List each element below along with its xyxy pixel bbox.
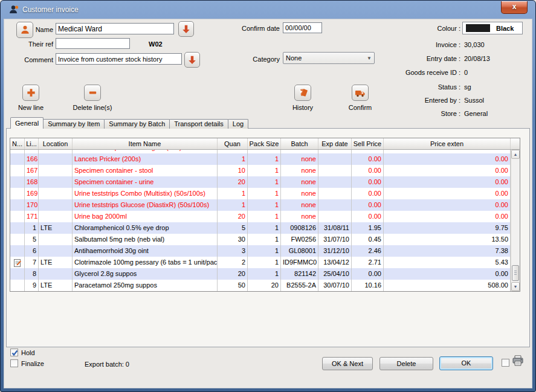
app-icon — [8, 4, 19, 15]
ref-code: W02 — [149, 40, 163, 48]
table-header: N...Li...LocationItem NameQuanPack SizeB… — [10, 138, 520, 150]
cell-exten: 0.00 — [384, 188, 511, 199]
tab-general[interactable]: General — [10, 117, 44, 129]
table-row[interactable]: Blood test strips - Advantage II (50s)21… — [10, 150, 511, 153]
hold-checkbox[interactable] — [10, 349, 18, 356]
scroll-down-button[interactable]: ▼ — [511, 282, 520, 291]
close-button[interactable]: x — [501, 1, 528, 14]
colour-selector[interactable]: Black — [462, 22, 523, 34]
table-row[interactable]: 171Urine bag 2000ml201none0.000.00 — [10, 211, 511, 222]
cell-quan: 2 — [218, 150, 248, 153]
cell-exp — [318, 153, 352, 165]
cell-line: 166 — [25, 153, 39, 165]
tab-summary-by-item[interactable]: Summary by Item — [43, 119, 105, 129]
cell-location — [39, 188, 73, 199]
tab-transport-details[interactable]: Transport details — [169, 119, 228, 129]
column-header-line[interactable]: Li... — [25, 138, 39, 149]
cell-batch: none — [281, 150, 318, 153]
entry-date-label: Entry date : — [363, 55, 460, 62]
table-row[interactable]: 168Specimen container - urine201none0.00… — [10, 176, 511, 188]
cell-item: Salbutamol 5mg neb (neb vial) — [73, 234, 218, 245]
ok-next-button[interactable]: OK & Next — [322, 357, 373, 370]
column-header-sell[interactable]: Sell Price — [352, 138, 384, 149]
cell-batch: none — [281, 153, 318, 165]
cell-sell: 1.95 — [352, 222, 384, 234]
cell-exten: 0.00 — [384, 176, 511, 188]
column-header-note[interactable]: N... — [10, 138, 25, 149]
table-row[interactable]: 8Glycerol 2.8g suppos20182114225/04/100.… — [10, 268, 511, 280]
cell-exten: 7.38 — [384, 245, 511, 257]
name-lookup-button[interactable] — [178, 21, 194, 37]
cell-sell: 0.45 — [352, 234, 384, 245]
table-row[interactable]: 170Urine teststrips Glucose (DiastixR) (… — [10, 199, 511, 211]
cell-exten: 5.43 — [384, 257, 511, 268]
ok-button[interactable]: OK — [439, 356, 493, 370]
hold-label: Hold — [21, 349, 35, 356]
tab-bar: GeneralSummary by ItemSummary by BatchTr… — [10, 117, 248, 129]
cell-line: 7 — [25, 257, 39, 268]
table-row[interactable]: 9LTEParacetamol 250mg suppos5020B2555-2A… — [10, 280, 511, 291]
cell-quan: 50 — [218, 280, 248, 291]
delete-button[interactable]: Delete — [379, 357, 433, 370]
entry-date-value: 20/08/13 — [464, 55, 490, 62]
entered-by-value: Sussol — [464, 97, 484, 104]
table-row[interactable]: 6Antihaemorrhoid 30g oint31GL0800131/12/… — [10, 245, 511, 257]
comment-expand-button[interactable] — [184, 52, 200, 68]
column-header-batch[interactable]: Batch — [281, 138, 318, 149]
new-line-button[interactable] — [22, 85, 39, 101]
table-row[interactable]: 169Urine teststrips Combo (Multistix) (5… — [10, 188, 511, 199]
cell-quan: 10 — [218, 165, 248, 176]
entered-by-label: Entered by : — [363, 97, 460, 104]
cell-location: LTE — [39, 222, 73, 234]
title-bar[interactable]: Customer invoice x — [1, 1, 535, 19]
cell-quan: 1 — [218, 153, 248, 165]
cell-item: Chloramphenicol 0.5% eye drop — [73, 222, 218, 234]
history-button[interactable] — [294, 85, 311, 101]
column-header-location[interactable]: Location — [39, 138, 73, 149]
table-row[interactable]: 1LTEChloramphenicol 0.5% eye drop5109081… — [10, 222, 511, 234]
column-header-pack[interactable]: Pack Size — [248, 138, 281, 149]
table-row[interactable]: 167Specimen container - stool101none0.00… — [10, 165, 511, 176]
finalize-checkbox[interactable] — [10, 359, 18, 367]
name-input[interactable] — [56, 23, 174, 34]
cell-note — [10, 153, 25, 165]
printer-icon — [512, 355, 524, 368]
cell-item: Urine teststrips Combo (Multistix) (50s/… — [73, 188, 218, 199]
cell-item: Clotrimazole 100mg pessary (6 tabs = 1 u… — [73, 257, 218, 268]
table-row[interactable]: 166Lancets Pricker (200s)11none0.000.00 — [10, 153, 511, 165]
cell-note — [10, 222, 25, 234]
cell-exten: 0.00 — [384, 211, 511, 222]
cell-quan: 5 — [218, 222, 248, 234]
cell-line: 6 — [25, 245, 39, 257]
print-checkbox[interactable] — [502, 359, 509, 367]
cell-note — [10, 199, 25, 211]
tab-summary-by-batch[interactable]: Summary by Batch — [104, 119, 170, 129]
cell-exten: 0.00 — [384, 153, 511, 165]
cell-line: 8 — [25, 268, 39, 280]
delete-lines-button[interactable] — [84, 85, 101, 101]
cell-note — [10, 280, 25, 291]
column-header-exp[interactable]: Exp date — [318, 138, 352, 149]
cell-exten: 0.00 — [384, 199, 511, 211]
cell-batch: 0908126 — [281, 222, 318, 234]
table-row[interactable]: 7LTEClotrimazole 100mg pessary (6 tabs =… — [10, 257, 511, 268]
column-header-quan[interactable]: Quan — [218, 138, 248, 149]
cell-exten: 0.00 — [384, 165, 511, 176]
category-dropdown[interactable]: None ▼ — [283, 52, 375, 64]
cell-line: 170 — [25, 199, 39, 211]
column-header-exten[interactable]: Price exten — [384, 138, 511, 149]
comment-input[interactable] — [56, 53, 182, 65]
column-header-item[interactable]: Item Name — [73, 138, 218, 149]
cell-exp — [318, 165, 352, 176]
cell-line: 5 — [25, 234, 39, 245]
confirm-date-input[interactable] — [283, 22, 322, 33]
partial-row-clip: Blood test strips - Advantage II (50s)21… — [10, 150, 511, 153]
scroll-up-button[interactable]: ▲ — [511, 150, 520, 159]
their-ref-input[interactable] — [56, 38, 130, 49]
tab-log[interactable]: Log — [228, 119, 248, 129]
cell-batch: none — [281, 188, 318, 199]
table-row[interactable]: 5Salbutamol 5mg neb (neb vial)301FW02563… — [10, 234, 511, 245]
cell-sell: 0.00 — [352, 150, 384, 153]
vertical-scrollbar[interactable]: ▲ ▼ — [511, 150, 520, 291]
scrollbar-thumb[interactable] — [512, 265, 519, 281]
